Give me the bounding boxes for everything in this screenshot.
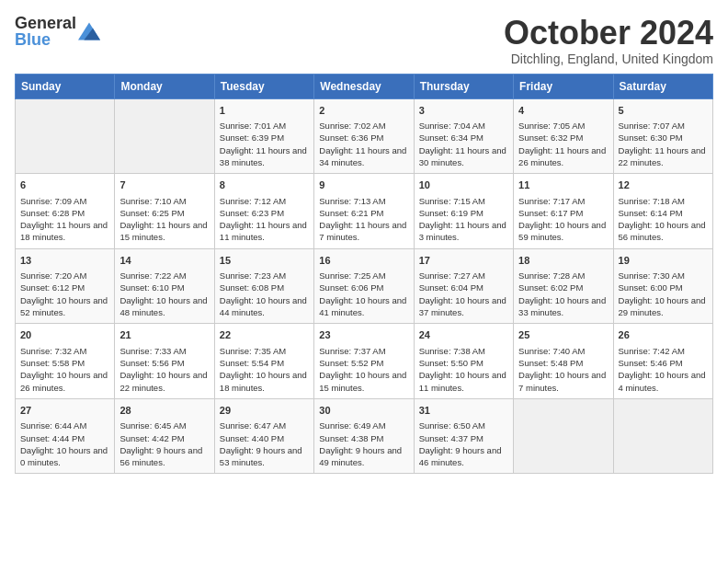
day-info-line: Sunrise: 7:22 AM: [119, 270, 209, 282]
day-info-line: Sunset: 4:38 PM: [319, 432, 408, 444]
calendar-cell: 22Sunrise: 7:35 AMSunset: 5:54 PMDayligh…: [214, 324, 313, 399]
week-row-2: 6Sunrise: 7:09 AMSunset: 6:28 PMDaylight…: [16, 174, 713, 249]
location-subtitle: Ditchling, England, United Kingdom: [504, 52, 713, 66]
day-info-line: Daylight: 11 hours and 22 minutes.: [619, 144, 708, 169]
day-info-line: Sunset: 6:08 PM: [220, 282, 309, 293]
calendar-cell: 17Sunrise: 7:27 AMSunset: 6:04 PMDayligh…: [414, 248, 513, 324]
day-info-line: Sunset: 5:52 PM: [319, 357, 408, 369]
day-number: 25: [518, 328, 608, 342]
calendar-cell: 12Sunrise: 7:18 AMSunset: 6:14 PMDayligh…: [613, 174, 712, 249]
day-number: 30: [319, 404, 408, 418]
day-info-line: Sunrise: 7:17 AM: [518, 195, 608, 207]
day-info-line: Sunset: 6:04 PM: [419, 282, 508, 293]
day-info-line: Sunrise: 7:12 AM: [220, 195, 309, 207]
logo-icon: [78, 22, 100, 40]
day-info-line: Daylight: 10 hours and 0 minutes.: [20, 444, 109, 469]
week-row-1: 1Sunrise: 7:01 AMSunset: 6:39 PMDaylight…: [16, 98, 713, 174]
day-number: 26: [619, 328, 708, 342]
day-info-line: Sunrise: 7:18 AM: [619, 195, 708, 207]
calendar-cell: 28Sunrise: 6:45 AMSunset: 4:42 PMDayligh…: [115, 398, 214, 474]
day-info-line: Sunrise: 7:15 AM: [419, 195, 508, 207]
day-info-line: Daylight: 10 hours and 56 minutes.: [619, 219, 708, 244]
header-day-sunday: Sunday: [16, 74, 115, 98]
calendar-cell: 24Sunrise: 7:38 AMSunset: 5:50 PMDayligh…: [414, 324, 513, 399]
day-info-line: Sunset: 6:25 PM: [119, 207, 209, 219]
day-info-line: Sunrise: 7:23 AM: [220, 270, 309, 282]
logo: General Blue: [15, 15, 100, 48]
calendar-cell: 10Sunrise: 7:15 AMSunset: 6:19 PMDayligh…: [414, 174, 513, 249]
day-info-line: Sunset: 5:50 PM: [419, 357, 508, 369]
header-day-tuesday: Tuesday: [214, 74, 313, 98]
day-info-line: Sunrise: 7:13 AM: [319, 195, 408, 207]
day-info-line: Sunset: 4:37 PM: [419, 432, 508, 444]
day-info-line: Sunrise: 6:45 AM: [119, 419, 209, 431]
calendar-cell: 29Sunrise: 6:47 AMSunset: 4:40 PMDayligh…: [214, 398, 313, 474]
day-info-line: Daylight: 10 hours and 22 minutes.: [119, 369, 209, 394]
day-number: 12: [619, 178, 708, 192]
week-row-5: 27Sunrise: 6:44 AMSunset: 4:44 PMDayligh…: [16, 398, 713, 474]
day-info-line: Sunrise: 7:32 AM: [20, 345, 109, 357]
day-number: 8: [220, 178, 309, 192]
day-number: 21: [119, 328, 209, 342]
day-info-line: Sunset: 6:02 PM: [518, 282, 608, 293]
calendar-cell: 31Sunrise: 6:50 AMSunset: 4:37 PMDayligh…: [414, 398, 513, 474]
calendar-cell: 13Sunrise: 7:20 AMSunset: 6:12 PMDayligh…: [16, 248, 115, 324]
day-info-line: Sunset: 6:12 PM: [20, 282, 109, 293]
calendar-cell: 5Sunrise: 7:07 AMSunset: 6:30 PMDaylight…: [613, 98, 712, 174]
day-number: 31: [419, 404, 508, 418]
day-info-line: Sunrise: 7:05 AM: [518, 120, 608, 132]
calendar-table: SundayMondayTuesdayWednesdayThursdayFrid…: [15, 74, 713, 475]
day-number: 9: [319, 178, 408, 192]
day-info-line: Daylight: 11 hours and 11 minutes.: [220, 219, 309, 244]
day-number: 24: [419, 328, 508, 342]
day-info-line: Daylight: 11 hours and 30 minutes.: [419, 144, 508, 169]
day-info-line: Sunrise: 7:33 AM: [119, 345, 209, 357]
day-info-line: Daylight: 11 hours and 34 minutes.: [319, 144, 408, 169]
day-info-line: Sunrise: 6:47 AM: [220, 419, 309, 431]
day-info-line: Sunset: 5:46 PM: [619, 357, 708, 369]
day-info-line: Daylight: 9 hours and 53 minutes.: [220, 444, 309, 469]
day-info-line: Sunset: 6:36 PM: [319, 132, 408, 144]
day-number: 13: [20, 254, 109, 268]
calendar-cell: 3Sunrise: 7:04 AMSunset: 6:34 PMDaylight…: [414, 98, 513, 174]
day-number: 2: [319, 104, 408, 118]
day-info-line: Daylight: 10 hours and 52 minutes.: [20, 294, 109, 319]
day-number: 5: [619, 104, 708, 118]
day-info-line: Daylight: 10 hours and 15 minutes.: [319, 369, 408, 394]
header-day-thursday: Thursday: [414, 74, 513, 98]
day-info-line: Sunset: 5:58 PM: [20, 357, 109, 369]
day-info-line: Daylight: 10 hours and 33 minutes.: [518, 294, 608, 319]
calendar-cell: 18Sunrise: 7:28 AMSunset: 6:02 PMDayligh…: [514, 248, 613, 324]
day-info-line: Daylight: 9 hours and 46 minutes.: [419, 444, 508, 469]
day-info-line: Daylight: 10 hours and 44 minutes.: [220, 294, 309, 319]
calendar-cell: 16Sunrise: 7:25 AMSunset: 6:06 PMDayligh…: [314, 248, 414, 324]
day-number: 7: [119, 178, 209, 192]
day-info-line: Sunset: 6:21 PM: [319, 207, 408, 219]
day-number: 28: [119, 404, 209, 418]
day-info-line: Daylight: 10 hours and 26 minutes.: [20, 369, 109, 394]
week-row-3: 13Sunrise: 7:20 AMSunset: 6:12 PMDayligh…: [16, 248, 713, 324]
calendar-cell: 19Sunrise: 7:30 AMSunset: 6:00 PMDayligh…: [613, 248, 712, 324]
day-number: 14: [119, 254, 209, 268]
calendar-cell: [16, 98, 115, 174]
calendar-cell: 6Sunrise: 7:09 AMSunset: 6:28 PMDaylight…: [16, 174, 115, 249]
day-info-line: Sunrise: 6:50 AM: [419, 419, 508, 431]
calendar-cell: 15Sunrise: 7:23 AMSunset: 6:08 PMDayligh…: [214, 248, 313, 324]
logo-general-text: General: [15, 15, 76, 31]
day-info-line: Sunset: 4:40 PM: [220, 432, 309, 444]
day-info-line: Sunset: 4:42 PM: [119, 432, 209, 444]
calendar-cell: 14Sunrise: 7:22 AMSunset: 6:10 PMDayligh…: [115, 248, 214, 324]
calendar-cell: 27Sunrise: 6:44 AMSunset: 4:44 PMDayligh…: [16, 398, 115, 474]
day-number: 18: [518, 254, 608, 268]
day-info-line: Sunrise: 7:20 AM: [20, 270, 109, 282]
calendar-cell: 4Sunrise: 7:05 AMSunset: 6:32 PMDaylight…: [514, 98, 613, 174]
day-info-line: Sunset: 6:00 PM: [619, 282, 708, 293]
calendar-cell: 25Sunrise: 7:40 AMSunset: 5:48 PMDayligh…: [514, 324, 613, 399]
day-info-line: Daylight: 10 hours and 48 minutes.: [119, 294, 209, 319]
day-info-line: Sunrise: 7:04 AM: [419, 120, 508, 132]
calendar-cell: 23Sunrise: 7:37 AMSunset: 5:52 PMDayligh…: [314, 324, 414, 399]
day-info-line: Daylight: 10 hours and 37 minutes.: [419, 294, 508, 319]
calendar-cell: 7Sunrise: 7:10 AMSunset: 6:25 PMDaylight…: [115, 174, 214, 249]
day-number: 19: [619, 254, 708, 268]
day-info-line: Sunset: 6:14 PM: [619, 207, 708, 219]
